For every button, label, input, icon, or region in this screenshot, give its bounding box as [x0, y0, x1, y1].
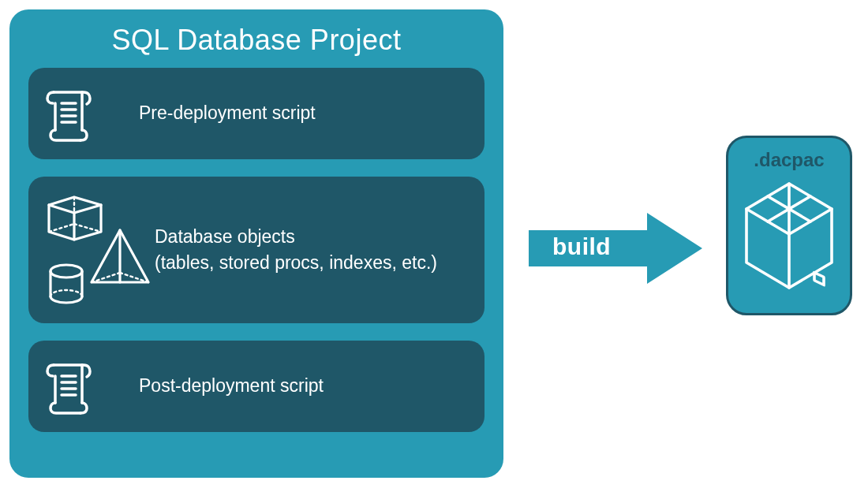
build-arrow-label: build [552, 233, 611, 260]
stage-post-deployment-label: Post-deployment script [139, 373, 469, 399]
package-icon [739, 176, 840, 294]
svg-line-7 [74, 224, 101, 232]
stage-db-objects: Database objects (tables, stored procs, … [28, 177, 485, 323]
dacpac-output: .dacpac [726, 136, 852, 315]
project-panel: SQL Database Project [9, 9, 503, 478]
svg-rect-26 [814, 273, 824, 285]
diagram-canvas: SQL Database Project [0, 0, 868, 488]
stage-pre-deployment-label: Pre-deployment script [139, 100, 469, 126]
scroll-icon [44, 68, 139, 159]
stage-db-objects-label-line2: (tables, stored procs, indexes, etc.) [155, 250, 469, 276]
stage-db-objects-label-line1: Database objects [155, 224, 469, 250]
db-objects-icon [44, 177, 155, 323]
stage-pre-deployment: Pre-deployment script [28, 68, 485, 159]
svg-point-13 [51, 265, 82, 278]
svg-line-6 [49, 224, 74, 232]
stage-post-deployment: Post-deployment script [28, 341, 485, 432]
scroll-icon [44, 341, 139, 432]
stage-db-objects-label: Database objects (tables, stored procs, … [155, 224, 469, 277]
project-title: SQL Database Project [28, 9, 485, 68]
dacpac-label: .dacpac [728, 149, 850, 171]
